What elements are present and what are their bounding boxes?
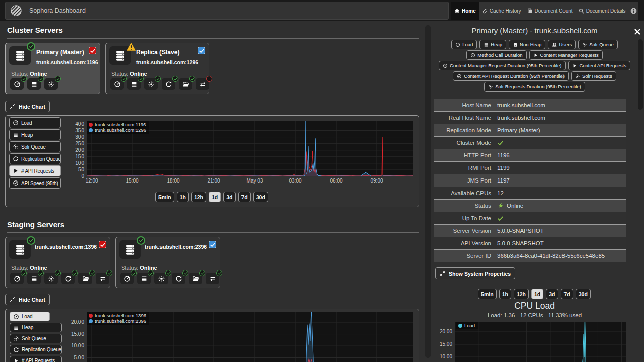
series-checkbox[interactable] [198,47,205,54]
detail-range-30d[interactable]: 30d [576,289,591,299]
pill-content-api-requests[interactable]: Content API Requests [568,61,630,70]
chart-legend: trunk.subshell.com:1396trunk.subshell.co… [87,312,149,325]
action-refresh-button[interactable] [172,273,185,284]
pill-heap[interactable]: Heap [479,40,506,49]
card-host: trunk.subshell.com:1196 [36,59,98,65]
server-icon [9,240,31,259]
metric-replication-queue[interactable]: Replication Queue [9,153,61,164]
pill-solr-queue[interactable]: Solr-Queue [578,40,618,49]
action-heap-button[interactable] [27,273,41,284]
main-scrollbar[interactable] [425,25,431,358]
pill-solr-requests[interactable]: Solr Requests [571,71,616,81]
x-axis-label: 21:00 [200,178,228,184]
cluster-range-1d[interactable]: 1d [209,192,221,202]
pill-content-manager-requests[interactable]: Content Manager Requests [529,50,603,60]
action-heap-button[interactable] [137,273,151,284]
panel-scrollbar[interactable] [638,39,643,110]
action-sun-button[interactable] [154,273,168,284]
server-card-trunk-subshell-com-1396[interactable]: trunk.subshell.com:1396Status: Online [5,237,110,288]
cluster-range-7d[interactable]: 7d [238,192,251,202]
pill-users[interactable]: Users [548,40,576,49]
action-folder-button[interactable] [78,273,92,284]
metric-heap[interactable]: Heap [10,323,62,332]
y-axis-label: 15.00 [432,341,452,347]
cluster-range-1h[interactable]: 1h [177,192,189,202]
nav-item-document-details[interactable]: Document Details [576,2,629,20]
action-transfer-button[interactable] [206,273,219,284]
pill-load[interactable]: Load [451,40,477,49]
action-refresh-button[interactable] [162,78,175,90]
close-icon[interactable] [633,28,641,36]
action-folder-button[interactable] [179,78,192,90]
detail-range-3d[interactable]: 3d [546,289,558,299]
action-transfer-button[interactable] [96,273,109,284]
metric-load[interactable]: Load [9,117,61,128]
metric-api-speed-95th[interactable]: API Speed (95th) [9,177,61,189]
ok-badge [138,76,144,82]
pill-method-call-duration[interactable]: Method Call Duration [466,50,526,60]
action-refresh-button[interactable] [61,273,75,284]
info-icon[interactable] [629,2,640,20]
ok-badge [21,76,27,82]
cluster-servers-heading: Cluster Servers [7,26,63,34]
y-axis-label: 10.00 [432,354,452,359]
action-sun-button[interactable] [144,78,158,90]
pill-content-api-request-duration-95th-percentile[interactable]: Content API Request Duration (95th Perce… [453,71,569,81]
y-axis-label: 150 [64,154,84,159]
pill-content-manager-request-duration-95th-percentile[interactable]: Content Manager Request Duration (95th P… [439,61,566,70]
ok-badge [189,76,195,82]
action-heap-button[interactable] [127,78,141,90]
cluster-range-30d[interactable]: 30d [253,192,268,202]
cluster-range-12h[interactable]: 12h [191,192,206,202]
action-gauge-button[interactable] [120,273,134,284]
chart-legend: Load [456,322,478,329]
nav-item-home[interactable]: Home [451,2,479,20]
series-checkbox[interactable] [89,47,96,54]
detail-range-1h[interactable]: 1h [499,289,511,299]
cluster-range-5min[interactable]: 5min [155,192,174,202]
server-card-trunk-subshell-com-2396[interactable]: trunk.subshell.com:2396Status: Online [115,237,220,288]
cluster-range-3d[interactable]: 3d [223,192,235,202]
x-axis-label: 09:00 [363,178,391,184]
action-transfer-button[interactable] [196,78,209,90]
action-sun-button[interactable] [44,78,58,90]
online-badge [27,42,35,51]
detail-range-7d[interactable]: 7d [561,289,573,299]
show-system-properties-button[interactable]: Show System Properties [435,267,515,279]
error-badge [206,76,212,82]
ok-badge [121,76,127,82]
card-actions [110,78,209,90]
metric-solr-queue[interactable]: Solr Queue [9,141,61,152]
hide-chart-button-cluster[interactable]: Hide Chart [5,101,50,112]
action-gauge-button[interactable] [10,78,24,90]
pill-non-heap[interactable]: Non-Heap [509,40,545,49]
nav-item-document-count[interactable]: Document Count [524,2,576,20]
detail-range-5min[interactable]: 5min [478,289,497,299]
action-folder-button[interactable] [189,273,202,284]
metric-heap[interactable]: Heap [9,129,61,140]
series-checkbox[interactable] [209,241,216,248]
metric-solr-queue[interactable]: Solr Queue [10,334,62,343]
metric-replication-queue[interactable]: Replication Queue [10,345,62,354]
pill-solr-requests-duration-95th-percentile[interactable]: Solr Requests Duration (95th Percentile) [484,82,585,92]
hide-chart-button-staging[interactable]: Hide Chart [5,294,50,305]
series-checkbox[interactable] [99,241,106,248]
action-sun-button[interactable] [44,273,58,284]
card-actions [10,78,58,90]
nav-item-cache-history[interactable]: Cache History [479,2,524,20]
server-card-primary-master[interactable]: Primary (Master)trunk.subshell.com:1196S… [5,43,100,94]
detail-range-1d[interactable]: 1d [531,289,543,299]
metric-api-requests[interactable]: # API Requests [10,356,62,362]
metric-pill-row: Content API Request Duration (95th Perce… [431,71,638,81]
online-badge [137,236,145,245]
x-axis-label: 18:00 [159,178,187,184]
metric-load[interactable]: Load [10,312,50,321]
action-gauge-button[interactable] [10,273,24,284]
action-heap-button[interactable] [27,78,41,90]
x-axis-label: 15:00 [118,178,146,184]
ok-badge [216,270,222,276]
action-gauge-button[interactable] [110,78,124,90]
detail-range-12h[interactable]: 12h [514,289,529,299]
metric-api-requests[interactable]: # API Requests [9,165,61,176]
server-card-replica-slave[interactable]: Replica (Slave)trunk.subshell.com:1296St… [105,43,209,94]
